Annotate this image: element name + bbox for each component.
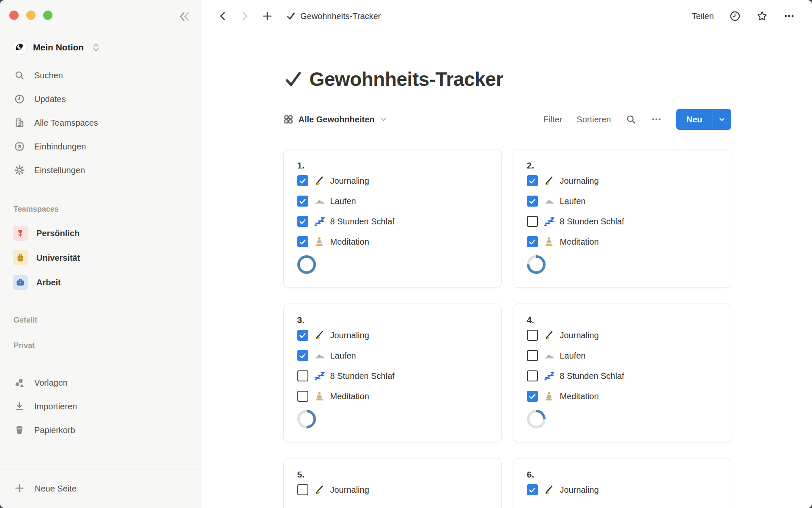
habit-checkbox[interactable] bbox=[297, 330, 308, 341]
breadcrumb-label: Gewohnheits-Tracker bbox=[300, 11, 381, 21]
new-tab-plus-button[interactable] bbox=[261, 10, 273, 22]
habit-checkbox[interactable] bbox=[297, 350, 308, 361]
teamspace-label: Universität bbox=[36, 253, 80, 263]
check-icon bbox=[528, 177, 536, 185]
tulip-icon bbox=[13, 226, 28, 241]
zoom-window-button[interactable] bbox=[43, 11, 52, 20]
workspace-name: Mein Notion bbox=[33, 42, 84, 52]
building-icon bbox=[14, 117, 25, 129]
view-switcher[interactable]: Alle Gewohnheiten bbox=[283, 114, 387, 124]
habit-checkbox[interactable] bbox=[527, 370, 538, 381]
new-entry-dropdown-button[interactable] bbox=[713, 109, 731, 130]
check-icon bbox=[528, 197, 536, 205]
share-button[interactable]: Teilen bbox=[692, 11, 714, 21]
sidebar: Mein Notion Suchen bbox=[0, 0, 202, 508]
running-shoe-icon bbox=[543, 196, 554, 207]
minimize-window-button[interactable] bbox=[26, 11, 36, 20]
history-clock-button[interactable] bbox=[729, 10, 741, 22]
plus-icon bbox=[261, 10, 273, 22]
view-options-button[interactable] bbox=[651, 114, 662, 125]
habit-checkbox[interactable] bbox=[297, 236, 308, 247]
habit-checkbox[interactable] bbox=[527, 350, 538, 361]
habit-row: Journaling bbox=[527, 325, 717, 345]
teamspace-arbeit[interactable]: Arbeit bbox=[0, 270, 202, 295]
forward-button[interactable] bbox=[239, 11, 250, 22]
habit-checkbox[interactable] bbox=[527, 330, 538, 341]
check-icon bbox=[528, 238, 536, 246]
teamspace-universitaet[interactable]: Universität bbox=[0, 246, 202, 270]
sidebar-item-label: Updates bbox=[34, 94, 66, 104]
habit-row: Meditation bbox=[297, 232, 488, 252]
writing-hand-icon bbox=[314, 484, 325, 495]
sidebar-item-einbindungen[interactable]: Einbindungen bbox=[0, 135, 202, 158]
habit-row: 8 Stunden Schlaf bbox=[297, 366, 488, 386]
new-page-button[interactable]: Neue Seite bbox=[0, 469, 202, 508]
shared-section-label[interactable]: Geteilt bbox=[0, 315, 202, 325]
more-options-button[interactable] bbox=[783, 10, 795, 22]
habit-label: 8 Stunden Schlaf bbox=[330, 371, 395, 381]
habit-checkbox[interactable] bbox=[527, 236, 538, 247]
favorite-star-button[interactable] bbox=[756, 10, 768, 22]
sidebar-item-label: Suchen bbox=[34, 71, 63, 80]
search-view-button[interactable] bbox=[625, 114, 636, 125]
habit-checkbox[interactable] bbox=[297, 216, 308, 227]
habit-row: 8 Stunden Schlaf bbox=[527, 211, 717, 232]
sidebar-item-einstellungen[interactable]: Einstellungen bbox=[0, 158, 202, 182]
habit-label: Laufen bbox=[560, 351, 586, 361]
habit-checkbox[interactable] bbox=[297, 196, 308, 207]
zzz-icon bbox=[543, 370, 554, 381]
habit-card[interactable]: 2.JournalingLaufen8 Stunden SchlafMedita… bbox=[513, 149, 731, 288]
habit-checkbox[interactable] bbox=[297, 175, 308, 186]
chevron-down-icon bbox=[718, 115, 726, 124]
writing-hand-icon bbox=[543, 330, 554, 341]
back-button[interactable] bbox=[217, 11, 228, 22]
meditation-icon bbox=[314, 391, 325, 402]
sidebar-item-importieren[interactable]: Importieren bbox=[0, 395, 202, 418]
habit-card[interactable]: 5.Journaling bbox=[283, 458, 502, 508]
habit-checkbox[interactable] bbox=[297, 391, 308, 402]
breadcrumb[interactable]: Gewohnheits-Tracker bbox=[286, 11, 381, 21]
close-window-button[interactable] bbox=[9, 11, 19, 20]
view-label: Alle Gewohnheiten bbox=[299, 115, 375, 124]
check-icon bbox=[299, 177, 307, 185]
habit-label: Journaling bbox=[560, 331, 599, 340]
import-icon bbox=[14, 401, 25, 412]
habit-checkbox[interactable] bbox=[527, 196, 538, 207]
filter-button[interactable]: Filter bbox=[543, 115, 562, 124]
habit-checkbox[interactable] bbox=[527, 216, 538, 227]
sidebar-item-label: Alle Teamspaces bbox=[34, 118, 98, 128]
habit-checkbox[interactable] bbox=[527, 484, 538, 495]
sidebar-item-suchen[interactable]: Suchen bbox=[0, 64, 202, 87]
habit-checkbox[interactable] bbox=[297, 484, 308, 495]
habit-card[interactable]: 4.JournalingLaufen8 Stunden SchlafMedita… bbox=[513, 304, 731, 442]
topbar: Gewohnheits-Tracker Teilen bbox=[202, 0, 812, 32]
sidebar-item-updates[interactable]: Updates bbox=[0, 87, 202, 111]
sidebar-nav: Suchen Updates bbox=[0, 64, 202, 182]
zzz-icon bbox=[543, 216, 554, 227]
sidebar-item-papierkorb[interactable]: Papierkorb bbox=[0, 418, 202, 442]
collapse-sidebar-button[interactable] bbox=[176, 9, 192, 24]
habit-card[interactable]: 6.Journaling bbox=[513, 458, 731, 508]
habit-card[interactable]: 1.JournalingLaufen8 Stunden SchlafMedita… bbox=[283, 149, 502, 288]
habit-label: Meditation bbox=[330, 237, 369, 247]
habit-label: Journaling bbox=[330, 485, 369, 495]
teamspace-persoenlich[interactable]: Persönlich bbox=[0, 221, 202, 246]
habit-label: Journaling bbox=[560, 176, 599, 186]
new-entry-button[interactable]: Neu bbox=[676, 109, 713, 130]
habit-label: Laufen bbox=[560, 196, 586, 206]
sidebar-item-alle-teamspaces[interactable]: Alle Teamspaces bbox=[0, 111, 202, 135]
habit-label: Journaling bbox=[330, 331, 369, 340]
page-content: Gewohnheits-Tracker Alle Gewohnheiten Fi… bbox=[283, 32, 731, 508]
sidebar-item-vorlagen[interactable]: Vorlagen bbox=[0, 371, 202, 395]
sort-button[interactable]: Sortieren bbox=[577, 115, 611, 124]
private-section-label[interactable]: Privat bbox=[0, 340, 202, 351]
check-icon bbox=[528, 392, 536, 400]
habit-card[interactable]: 3.JournalingLaufen8 Stunden SchlafMedita… bbox=[283, 304, 502, 442]
habit-checkbox[interactable] bbox=[527, 391, 538, 402]
progress-ring bbox=[527, 255, 546, 274]
meditation-icon bbox=[543, 391, 554, 402]
habit-checkbox[interactable] bbox=[527, 175, 538, 186]
workspace-switcher[interactable]: Mein Notion bbox=[12, 37, 202, 58]
habit-row: Meditation bbox=[297, 386, 488, 406]
habit-checkbox[interactable] bbox=[297, 370, 308, 381]
